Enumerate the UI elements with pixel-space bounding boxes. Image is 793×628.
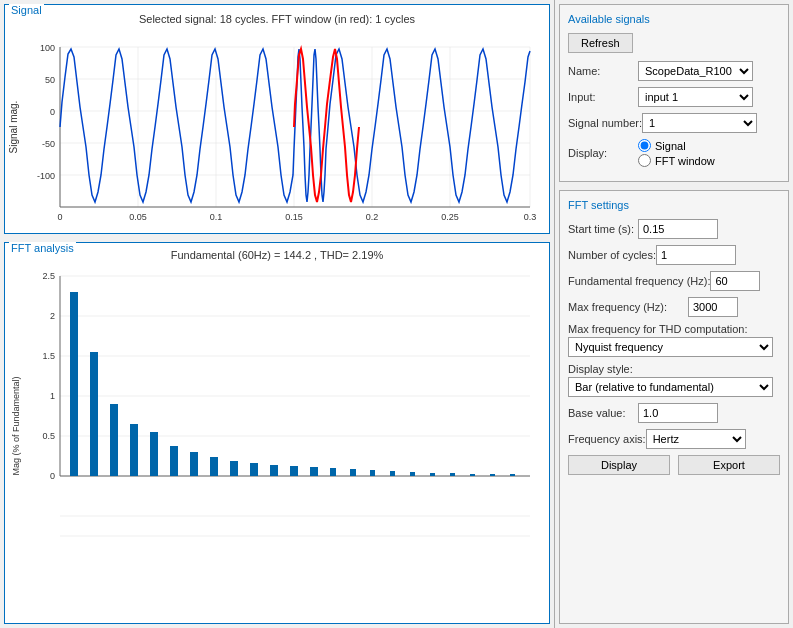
radio-fft-label[interactable]: FFT window: [638, 154, 715, 167]
input-row: Input: input 1: [568, 87, 780, 107]
fft-y-0: 0: [50, 471, 55, 481]
input-label: Input:: [568, 91, 638, 103]
max-freq-row: Max frequency (Hz):: [568, 297, 780, 317]
display-radio-group: Signal FFT window: [638, 139, 715, 167]
fft-y-1: 1: [50, 391, 55, 401]
start-time-input[interactable]: [638, 219, 718, 239]
fft-bar-5: [170, 446, 178, 476]
fft-y-label: Mag (% of Fundamental): [11, 376, 21, 475]
fft-y-15: 1.5: [42, 351, 55, 361]
fft-bar-17: [410, 472, 415, 476]
fft-settings-title: FFT settings: [568, 199, 780, 211]
radio-signal-label[interactable]: Signal: [638, 139, 715, 152]
start-time-label: Start time (s):: [568, 223, 638, 235]
fft-bar-9: [250, 463, 258, 476]
y-tick-n100: -100: [37, 171, 55, 181]
signal-number-label: Signal number:: [568, 117, 642, 129]
display-style-select[interactable]: Bar (relative to fundamental): [568, 377, 773, 397]
num-cycles-input[interactable]: [656, 245, 736, 265]
export-button[interactable]: Export: [678, 455, 780, 475]
fft-y-05: 0.5: [42, 431, 55, 441]
fft-settings-panel: FFT settings Start time (s): Number of c…: [559, 190, 789, 624]
fft-bar-1: [90, 352, 98, 476]
x-tick-0: 0: [57, 212, 62, 222]
signal-chart-title: Selected signal: 18 cycles. FFT window (…: [5, 5, 549, 27]
fft-bar-15: [370, 470, 375, 476]
x-tick-03: 0.3: [524, 212, 537, 222]
y-tick-100: 100: [40, 43, 55, 53]
freq-axis-select[interactable]: Hertz: [646, 429, 746, 449]
fft-bar-2: [110, 404, 118, 476]
display-style-container: Display style: Bar (relative to fundamen…: [568, 363, 780, 397]
display-row: Display: Signal FFT window: [568, 139, 780, 167]
fft-chart-title: Fundamental (60Hz) = 144.2 , THD= 2.19%: [5, 243, 549, 261]
base-value-input[interactable]: [638, 403, 718, 423]
x-tick-025: 0.25: [441, 212, 459, 222]
signal-number-select[interactable]: 1: [642, 113, 757, 133]
x-tick-02: 0.2: [366, 212, 379, 222]
fft-bar-22: [510, 474, 515, 476]
fund-freq-row: Fundamental frequency (Hz):: [568, 271, 780, 291]
fft-bar-8: [230, 461, 238, 476]
radio-signal[interactable]: [638, 139, 651, 152]
fft-bar-12: [310, 467, 318, 476]
x-tick-015: 0.15: [285, 212, 303, 222]
fft-y-2: 2: [50, 311, 55, 321]
fft-section: FFT analysis Fundamental (60Hz) = 144.2 …: [4, 242, 550, 624]
fft-bar-14: [350, 469, 356, 476]
fft-bar-18: [430, 473, 435, 476]
y-tick-n50: -50: [42, 139, 55, 149]
fft-bar-6: [190, 452, 198, 476]
fft-y-25: 2.5: [42, 271, 55, 281]
fft-bar-4: [150, 432, 158, 476]
fft-bar-19: [450, 473, 455, 476]
fund-freq-input[interactable]: [710, 271, 760, 291]
freq-axis-row: Frequency axis: Hertz: [568, 429, 780, 449]
display-button[interactable]: Display: [568, 455, 670, 475]
bottom-buttons: Display Export: [568, 455, 780, 475]
radio-fft-text: FFT window: [655, 155, 715, 167]
available-signals-title: Available signals: [568, 13, 780, 25]
input-select[interactable]: input 1: [638, 87, 753, 107]
x-tick-005: 0.05: [129, 212, 147, 222]
fft-label: FFT analysis: [9, 242, 76, 254]
name-select[interactable]: ScopeData_R100: [638, 61, 753, 81]
y-tick-0: 0: [50, 107, 55, 117]
base-value-label: Base value:: [568, 407, 638, 419]
display-label: Display:: [568, 147, 638, 159]
signal-number-row: Signal number: 1: [568, 113, 780, 133]
signal-label: Signal: [9, 4, 44, 16]
y-tick-50: 50: [45, 75, 55, 85]
freq-axis-label: Frequency axis:: [568, 433, 646, 445]
fft-bar-10: [270, 465, 278, 476]
signal-chart: Signal mag.: [5, 27, 549, 217]
x-tick-01: 0.1: [210, 212, 223, 222]
max-freq-thd-label: Max frequency for THD computation:: [568, 323, 780, 335]
available-signals-panel: Available signals Refresh Name: ScopeDat…: [559, 4, 789, 182]
radio-fft[interactable]: [638, 154, 651, 167]
fft-bar-21: [490, 474, 495, 476]
fft-window: [294, 49, 359, 202]
num-cycles-row: Number of cycles:: [568, 245, 780, 265]
base-value-row: Base value:: [568, 403, 780, 423]
fft-bar-20: [470, 474, 475, 476]
signal-svg: Signal mag.: [5, 27, 545, 222]
display-style-label: Display style:: [568, 363, 780, 375]
name-row: Name: ScopeData_R100: [568, 61, 780, 81]
max-freq-label: Max frequency (Hz):: [568, 301, 688, 313]
max-freq-input[interactable]: [688, 297, 738, 317]
fft-bar-3: [130, 424, 138, 476]
signal-section: Signal Selected signal: 18 cycles. FFT w…: [4, 4, 550, 234]
radio-signal-text: Signal: [655, 140, 686, 152]
fft-grid: [60, 276, 530, 536]
name-label: Name:: [568, 65, 638, 77]
fft-bar-0: [70, 292, 78, 476]
num-cycles-label: Number of cycles:: [568, 249, 656, 261]
start-time-row: Start time (s):: [568, 219, 780, 239]
signal-y-label: Signal mag.: [8, 101, 19, 154]
fft-bar-7: [210, 457, 218, 476]
fft-bar-11: [290, 466, 298, 476]
max-freq-thd-select[interactable]: Nyquist frequency: [568, 337, 773, 357]
refresh-button[interactable]: Refresh: [568, 33, 633, 53]
fund-freq-label: Fundamental frequency (Hz):: [568, 275, 710, 287]
